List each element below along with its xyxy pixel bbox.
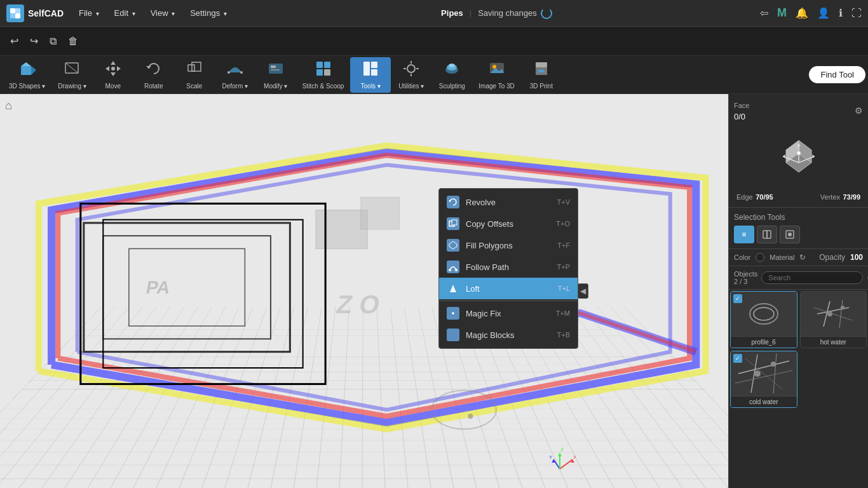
svg-marker-5 <box>21 62 31 66</box>
menu-edit[interactable]: Edit ▾ <box>108 6 142 20</box>
dropdown-item-magic-blocks[interactable]: Magic Blocks T+B <box>439 324 578 346</box>
category-image-to-3d[interactable]: Image To 3D <box>472 57 521 93</box>
move-icon <box>104 60 122 81</box>
svg-rect-4 <box>21 66 31 75</box>
svg-rect-52 <box>103 220 302 368</box>
category-3d-shapes[interactable]: 3D Shapes ▾ <box>3 57 51 93</box>
notification-icon[interactable]: 🔔 <box>796 7 808 19</box>
tool-categories: 3D Shapes ▾ Drawing ▾ Move Rotate Scale … <box>0 56 868 94</box>
find-tool-button[interactable]: Find Tool <box>809 66 865 83</box>
svg-point-94 <box>754 308 774 320</box>
color-label: Color <box>734 254 750 261</box>
edge-select-button[interactable] <box>757 226 777 243</box>
info-icon[interactable]: ℹ <box>839 7 843 19</box>
category-deform[interactable]: Deform ▾ <box>215 57 255 93</box>
3d-shapes-label: 3D Shapes ▾ <box>9 83 45 90</box>
viewport-home-icon[interactable]: ⌂ <box>5 99 12 112</box>
category-3d-print[interactable]: 3D Print <box>521 57 562 93</box>
dropdown-item-follow-path[interactable]: Follow Path T+P <box>439 256 578 278</box>
deform-icon <box>226 60 244 81</box>
stitch-scoop-icon <box>315 60 332 81</box>
menu-settings[interactable]: Settings ▾ <box>184 6 233 20</box>
objects-list: Objects 2 / 3 ⚙ ✓ profile_6 <box>729 266 868 488</box>
category-move[interactable]: Move <box>93 57 133 93</box>
menu-view[interactable]: View ▾ <box>144 6 182 20</box>
object-card-hotwater[interactable]: hot water <box>800 291 867 348</box>
magic-fix-icon <box>447 307 459 320</box>
objects-count: Objects 2 / 3 <box>734 270 757 285</box>
profile-m-icon[interactable]: M <box>777 6 787 20</box>
project-name: Pipes <box>441 8 463 18</box>
face-select-button[interactable] <box>734 226 754 243</box>
object-card-profile6[interactable]: ✓ profile_6 <box>730 291 797 348</box>
category-stitch-scoop[interactable]: Stitch & Scoop <box>296 57 351 93</box>
svg-point-59 <box>455 269 458 271</box>
svg-rect-48 <box>316 210 367 249</box>
dropdown-item-revolve[interactable]: Revolve T+V <box>439 191 578 213</box>
svg-marker-57 <box>449 241 457 249</box>
svg-rect-64 <box>449 331 452 334</box>
category-drawing[interactable]: Drawing ▾ <box>51 57 92 93</box>
user-icon[interactable]: 👤 <box>817 7 830 19</box>
scale-icon <box>186 60 203 81</box>
viewport[interactable]: PA Z O ⌂ ◀ Revol <box>0 94 728 488</box>
dropdown-item-loft[interactable]: Loft T+L <box>439 278 578 299</box>
svg-line-8 <box>65 63 78 73</box>
3d-print-label: 3D Print <box>530 83 553 90</box>
dropdown-item-magic-fix[interactable]: Magic Fix T+M <box>439 302 578 324</box>
nav-cube-container[interactable] <box>734 125 863 188</box>
fill-polygons-shortcut: T+F <box>557 241 570 249</box>
svg-rect-3 <box>15 13 20 18</box>
svg-point-29 <box>407 65 415 72</box>
vertex-select-button[interactable] <box>780 226 800 243</box>
vertex-label: Vertex <box>820 193 840 201</box>
copy-button[interactable]: ⧉ <box>44 33 62 50</box>
panel-collapse-button[interactable]: ◀ <box>578 283 588 299</box>
undo-button[interactable]: ↩ <box>5 32 24 50</box>
copy-offsets-label: Copy Offsets <box>466 219 550 229</box>
svg-line-70 <box>553 459 560 469</box>
color-picker[interactable] <box>756 253 764 262</box>
objects-header: Objects 2 / 3 ⚙ <box>729 266 868 290</box>
face-value: 0/0 <box>734 112 745 121</box>
category-tools[interactable]: Tools ▾ <box>350 57 391 93</box>
svg-text:PA: PA <box>144 278 172 298</box>
objects-search-input[interactable] <box>761 271 863 284</box>
menu-file[interactable]: File ▾ <box>72 6 105 20</box>
edge-vertex-row: Edge 70/95 Vertex 73/99 <box>734 191 863 202</box>
redo-button[interactable]: ↪ <box>25 32 43 50</box>
material-label: Material <box>770 254 794 261</box>
share-icon[interactable]: ⇦ <box>760 7 768 19</box>
dropdown-item-fill-polygons[interactable]: Fill Polygons T+F <box>439 234 578 256</box>
object-check-coldwater: ✓ <box>733 354 742 363</box>
magic-blocks-shortcut: T+B <box>557 331 570 339</box>
category-modify[interactable]: Modify ▾ <box>255 57 296 93</box>
edge-label: Edge <box>736 193 753 201</box>
category-utilities[interactable]: Utilities ▾ <box>391 57 431 93</box>
category-sculpting[interactable]: Sculpting <box>431 57 472 93</box>
svg-line-103 <box>773 353 776 394</box>
object-thumb-hotwater <box>801 292 867 336</box>
3d-shapes-icon <box>18 60 36 81</box>
category-rotate[interactable]: Rotate <box>133 57 174 93</box>
saving-spinner <box>541 8 552 19</box>
svg-point-104 <box>754 370 761 377</box>
main-area: PA Z O ⌂ ◀ Revol <box>0 94 868 488</box>
fullscreen-icon[interactable]: ⛶ <box>851 8 862 19</box>
dropdown-item-copy-offsets[interactable]: Copy Offsets T+O <box>439 213 578 234</box>
svg-line-101 <box>738 361 789 374</box>
selection-tools-title: Selection Tools <box>734 213 863 222</box>
svg-rect-42 <box>538 70 545 72</box>
move-label: Move <box>105 83 121 90</box>
svg-marker-9 <box>111 61 116 65</box>
object-card-coldwater[interactable]: ✓ cold water <box>730 351 797 408</box>
opacity-label: Opacity <box>819 253 845 262</box>
category-scale[interactable]: Scale <box>174 57 215 93</box>
delete-button[interactable]: 🗑 <box>63 33 83 50</box>
svg-point-92 <box>788 233 792 236</box>
nav-settings-button[interactable]: ⚙ <box>855 105 863 116</box>
svg-rect-67 <box>454 336 457 339</box>
svg-rect-27 <box>371 62 377 68</box>
svg-marker-73 <box>558 453 562 456</box>
material-icon[interactable]: ↻ <box>799 253 806 262</box>
